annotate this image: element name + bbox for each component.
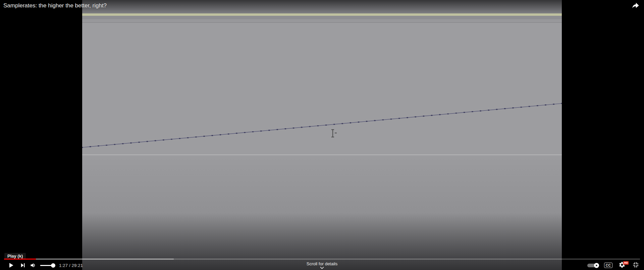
scroll-for-details-label[interactable]: Scroll for details — [0, 261, 644, 266]
video-frame[interactable] — [82, 0, 562, 270]
volume-slider-knob[interactable] — [51, 263, 55, 268]
next-icon — [20, 262, 26, 268]
youtube-player: Samplerates: the higher the better, righ… — [0, 0, 644, 270]
progress-bar[interactable] — [4, 259, 640, 260]
video-title: Samplerates: the higher the better, righ… — [3, 2, 107, 9]
ibeam-cursor-icon — [330, 129, 338, 138]
next-button[interactable] — [17, 261, 28, 270]
share-button[interactable] — [631, 1, 640, 10]
volume-slider[interactable] — [40, 261, 55, 270]
share-icon — [631, 1, 640, 10]
progress-played — [4, 259, 36, 260]
exit-fullscreen-button[interactable] — [631, 261, 640, 270]
time-display: 1:27 / 29:21 — [59, 263, 83, 268]
exit-fullscreen-icon — [632, 261, 639, 268]
chevron-down-icon[interactable] — [320, 267, 324, 269]
play-icon — [8, 262, 14, 269]
waveform-sample-line — [82, 0, 562, 270]
autoplay-toggle[interactable] — [587, 261, 599, 270]
controls-left: 1:27 / 29:21 — [5, 261, 83, 270]
volume-button[interactable] — [28, 261, 38, 270]
play-button[interactable] — [5, 261, 17, 270]
volume-icon — [30, 262, 37, 269]
hd-quality-badge: HD — [623, 261, 629, 265]
controls-center: Scroll for details — [0, 261, 644, 269]
controls-right: CC HD — [587, 261, 640, 270]
subtitles-button[interactable]: CC — [604, 263, 612, 268]
control-bar: 1:27 / 29:21 Scroll for details CC — [0, 261, 644, 270]
autoplay-play-icon — [595, 264, 598, 267]
settings-button[interactable]: HD — [618, 261, 626, 270]
autoplay-toggle-knob — [594, 263, 599, 268]
